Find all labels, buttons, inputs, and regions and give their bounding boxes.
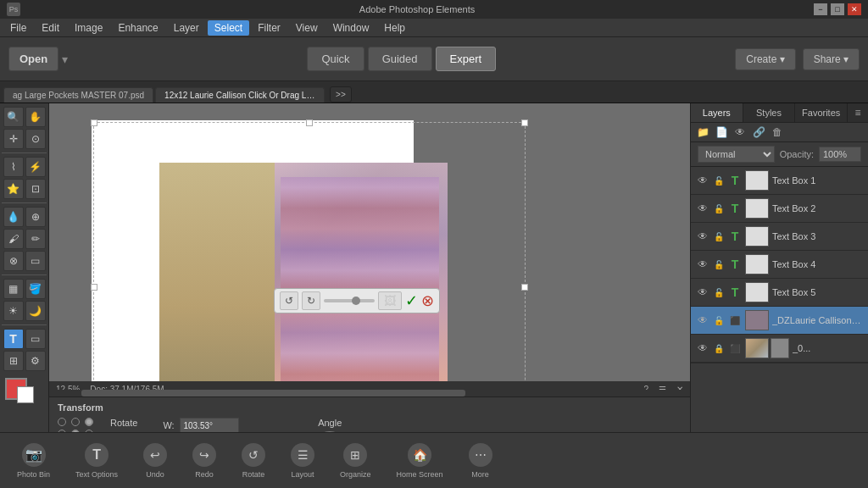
tab-favorites[interactable]: Favorites: [795, 103, 848, 122]
float-cancel-button[interactable]: ⊗: [421, 291, 434, 310]
float-image-button[interactable]: 🖼: [378, 291, 402, 310]
layer-item-2[interactable]: 👁 🔓 T Text Box 2: [691, 195, 868, 223]
float-confirm-button[interactable]: ✓: [405, 291, 418, 310]
radio-r1c1[interactable]: [58, 418, 66, 426]
tool-zoom[interactable]: 🔍: [3, 107, 24, 127]
bottom-home-screen[interactable]: 🏠 Home Screen: [397, 443, 443, 479]
tool-transform[interactable]: ⊞: [3, 351, 24, 371]
layer-1-eye[interactable]: 👁: [696, 175, 709, 186]
layer-1-lock[interactable]: 🔓: [713, 176, 725, 186]
tool-brush[interactable]: 🖌: [3, 229, 24, 249]
tool-dodge[interactable]: ☀: [3, 301, 24, 321]
layer-new-icon[interactable]: 📄: [713, 125, 730, 140]
tool-hand[interactable]: ✋: [25, 107, 46, 127]
tool-magic-wand[interactable]: ⭐: [3, 179, 24, 199]
menu-filter[interactable]: Filter: [251, 20, 287, 36]
layer-4-lock[interactable]: 🔓: [713, 260, 725, 269]
bottom-redo[interactable]: ↪ Redo: [192, 443, 216, 479]
layer-item-7[interactable]: 👁 🔒 ⬛ _0...: [691, 335, 868, 363]
layer-5-lock[interactable]: 🔓: [713, 288, 725, 297]
tool-crop[interactable]: ⊡: [25, 179, 46, 199]
mode-expert[interactable]: Expert: [436, 47, 497, 71]
radio-r1c3[interactable]: [85, 418, 93, 426]
tool-pencil[interactable]: ✏: [25, 229, 46, 249]
menu-layer[interactable]: Layer: [167, 20, 206, 36]
background-color[interactable]: [17, 386, 34, 403]
rotate-label: Rotate: [110, 418, 137, 428]
float-slider[interactable]: [324, 299, 375, 302]
float-redo-button[interactable]: ↻: [302, 291, 320, 310]
layer-6-eye[interactable]: 👁: [696, 314, 709, 326]
tab-styles[interactable]: Styles: [743, 103, 796, 122]
tool-shape[interactable]: ▭: [25, 329, 46, 349]
tool-gradient[interactable]: ▦: [3, 279, 24, 299]
layer-delete-icon[interactable]: 🗑: [769, 125, 786, 140]
maximize-button[interactable]: □: [831, 3, 844, 15]
layer-2-eye[interactable]: 👁: [696, 202, 709, 214]
layer-5-eye[interactable]: 👁: [696, 286, 709, 298]
layer-7-lock[interactable]: 🔒: [713, 344, 725, 353]
menu-edit[interactable]: Edit: [35, 20, 66, 36]
menu-image[interactable]: Image: [68, 20, 109, 36]
tool-clone[interactable]: ⊗: [3, 251, 24, 271]
layer-item-4[interactable]: 👁 🔓 T Text Box 4: [691, 251, 868, 279]
bottom-photo-bin[interactable]: 📷 Photo Bin: [17, 443, 50, 479]
tool-bucket[interactable]: 🪣: [25, 279, 46, 299]
layer-new-group-icon[interactable]: 📁: [694, 125, 711, 140]
bottom-layout[interactable]: ☰ Layout: [291, 443, 314, 479]
tool-polygonal-lasso[interactable]: ⚡: [25, 157, 46, 177]
bottom-more[interactable]: ⋯ More: [469, 443, 492, 479]
mode-quick[interactable]: Quick: [307, 47, 364, 71]
tool-custom[interactable]: ⚙: [25, 351, 46, 371]
opacity-input[interactable]: [819, 147, 861, 162]
tool-spot-heal[interactable]: ⊕: [25, 207, 46, 227]
tab-1[interactable]: ag Large Pockets MASTER 07.psd: [3, 87, 153, 103]
share-button[interactable]: Share ▾: [803, 48, 860, 70]
radio-r1c2[interactable]: [71, 418, 80, 426]
menu-help[interactable]: Help: [377, 20, 412, 36]
layer-item-1[interactable]: 👁 🔓 T Text Box 1: [691, 167, 868, 195]
tool-eyedropper[interactable]: 💧: [3, 207, 24, 227]
close-button[interactable]: ✕: [848, 3, 861, 15]
tool-move[interactable]: ✛: [3, 129, 24, 149]
tool-eraser[interactable]: ▭: [25, 251, 46, 271]
tool-select-ellipse[interactable]: ⊙: [25, 129, 46, 149]
open-button[interactable]: Open: [8, 47, 58, 71]
menu-file[interactable]: File: [3, 20, 33, 36]
handle-middle-right[interactable]: [521, 284, 528, 291]
layer-item-3[interactable]: 👁 🔓 T Text Box 3: [691, 223, 868, 251]
create-button[interactable]: Create ▾: [735, 48, 795, 70]
layer-7-eye[interactable]: 👁: [696, 342, 709, 354]
menu-select[interactable]: Select: [208, 20, 249, 36]
layer-4-eye[interactable]: 👁: [696, 258, 709, 270]
panel-options-icon[interactable]: ≡: [848, 103, 868, 122]
bottom-rotate[interactable]: ↺ Rotate: [242, 443, 265, 479]
layer-3-lock[interactable]: 🔓: [713, 232, 725, 241]
tab-expand-button[interactable]: >>: [330, 86, 352, 103]
menu-view[interactable]: View: [289, 20, 325, 36]
layer-3-eye[interactable]: 👁: [696, 230, 709, 242]
minimize-button[interactable]: −: [814, 3, 827, 15]
layer-6-lock[interactable]: 🔓: [713, 316, 725, 325]
float-undo-button[interactable]: ↺: [280, 291, 298, 310]
tab-2[interactable]: 12x12 Laurie Callison Click Or Drag Larg…: [155, 87, 325, 103]
handle-top-right[interactable]: [521, 119, 528, 126]
bottom-undo[interactable]: ↩ Undo: [143, 443, 167, 479]
mode-guided[interactable]: Guided: [368, 47, 432, 71]
horizontal-scrollbar[interactable]: [49, 390, 690, 396]
layer-2-lock[interactable]: 🔓: [713, 204, 725, 214]
layer-item-5[interactable]: 👁 🔓 T Text Box 5: [691, 279, 868, 307]
menu-enhance[interactable]: Enhance: [111, 20, 164, 36]
w-input[interactable]: [180, 418, 239, 433]
blend-mode-select[interactable]: Normal: [698, 146, 775, 163]
layer-visibility-icon[interactable]: 👁: [732, 125, 748, 140]
bottom-text-options[interactable]: T Text Options: [75, 443, 118, 479]
tab-layers[interactable]: Layers: [691, 103, 743, 122]
tool-burn[interactable]: 🌙: [25, 301, 46, 321]
tool-lasso[interactable]: ⌇: [3, 157, 24, 177]
bottom-organize[interactable]: ⊞ Organize: [340, 443, 371, 479]
layer-link-icon[interactable]: 🔗: [750, 125, 767, 140]
layer-item-6[interactable]: 👁 🔓 ⬛ _DZLaurie Callison F...: [691, 307, 868, 335]
menu-window[interactable]: Window: [326, 20, 376, 36]
tool-text[interactable]: T: [3, 329, 24, 349]
